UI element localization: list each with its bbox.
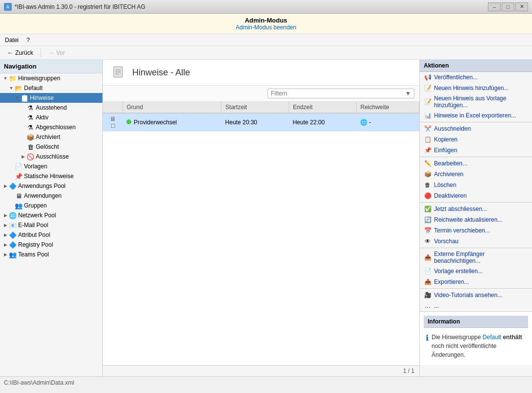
sidebar-item-statische-hinweise[interactable]: 📌Statische Hinweise	[0, 171, 102, 181]
action-neuen-hinweis-aus-vorlage-hinzuf-gen---[interactable]: 📝Neuen Hinweis aus Vorlage hinzufügen...	[420, 93, 532, 110]
paste-icon: 📌	[424, 146, 432, 154]
export-icon: 📤	[424, 278, 432, 286]
tree-item-label: Netzwerk Pool	[18, 212, 56, 219]
forward-button[interactable]: → Vor	[44, 48, 70, 58]
tree-item-label: Aktiv	[36, 114, 48, 121]
sidebar-item-aktiv[interactable]: ⚗Aktiv	[0, 113, 102, 122]
sidebar-item-registry-pool[interactable]: ▶🔷Registry Pool	[0, 240, 102, 250]
back-button[interactable]: ← Zurück	[3, 48, 38, 58]
content-area: Hinweise - Alle ▼ Grund Startzeit Endzei…	[103, 60, 419, 376]
menu-datei[interactable]: Datei	[2, 36, 22, 45]
pool-icon: 🔷	[9, 231, 17, 239]
add-template-icon: 📝	[424, 98, 432, 106]
table-wrap: Grund Startzeit Endzeit Reichweite 🖥 ☐ P…	[103, 102, 419, 365]
cut-icon: ✂️	[424, 125, 432, 133]
window-controls: – □ ✕	[488, 2, 528, 11]
action-einf-gen[interactable]: 📌Einfügen	[420, 145, 532, 156]
action-video-tutorials-ansehen---[interactable]: 🎥Video-Tutorials ansehen...	[420, 290, 532, 301]
action-label: Kopieren	[434, 136, 458, 143]
action-archivieren[interactable]: 📦Archivieren	[420, 169, 532, 180]
more-icon: …	[424, 302, 432, 310]
info-link-default[interactable]: Default	[483, 334, 501, 341]
sidebar-item-gelöscht[interactable]: 🗑Gelöscht	[0, 142, 102, 152]
sidebar-item-attribut-pool[interactable]: ▶🔷Attribut Pool	[0, 230, 102, 240]
action-label: Vorlage erstellen...	[434, 268, 483, 275]
app-icon: 🖥	[15, 192, 23, 200]
action-label: Neuen Hinweis aus Vorlage hinzufügen...	[434, 95, 528, 109]
action-bearbeiten---[interactable]: ✏️Bearbeiten...	[420, 158, 532, 169]
tree-item-label: Hinweisgruppen	[18, 75, 60, 82]
status-bar: C:\IBI-aws\Admin\Data.xml	[0, 376, 532, 388]
action-l-schen[interactable]: 🗑Löschen	[420, 180, 532, 190]
action-label: Archivieren	[434, 171, 463, 178]
app-icon: A	[4, 3, 12, 11]
tree-expand-icon: ▼	[2, 76, 9, 81]
sidebar-item-ausstehend[interactable]: ⚗Ausstehend	[0, 103, 102, 113]
templates-icon: 📄	[15, 162, 23, 170]
row-icons: 🖥 ☐	[103, 113, 122, 132]
group-icon: 👥	[15, 202, 23, 209]
sidebar-item-netzwerk-pool[interactable]: ▶🌐Netzwerk Pool	[0, 210, 102, 220]
registry-icon: 🔷	[9, 241, 17, 249]
menu-help[interactable]: ?	[24, 36, 33, 45]
tree-item-label: E-Mail Pool	[18, 222, 48, 229]
sidebar-item-archiviert[interactable]: 📦Archiviert	[0, 132, 102, 142]
action-ver-ffentlichen---[interactable]: 📢Veröffentlichen...	[420, 72, 532, 83]
window-title: *IBI-aws Admin 1.30.0 - registriert für …	[15, 3, 145, 10]
action-termin-verschieben---[interactable]: 📅Termin verschieben...	[420, 225, 532, 236]
sidebar-item-vorlagen[interactable]: 📄Vorlagen	[0, 162, 102, 171]
sidebar-item-abgeschlossen[interactable]: ⚗Abgeschlossen	[0, 122, 102, 132]
tree-container: ▼📁Hinweisgruppen▼📂Default▼📋Hinweise⚗Auss…	[0, 73, 102, 259]
tree-item-label: Ausschlüsse	[36, 153, 69, 160]
action----[interactable]: …...	[420, 301, 532, 311]
email-icon: 📧	[9, 221, 17, 229]
tree-item-label: Anwendungs Pool	[18, 183, 66, 189]
sidebar-item-anwendungs-pool[interactable]: ▶🔷Anwendungs Pool	[0, 181, 102, 191]
action-reichweite-aktualisieren---[interactable]: 🔄Reichweite aktualisieren...	[420, 214, 532, 225]
row-grund: Providerwechsel	[122, 113, 221, 132]
delete-icon: 🗑	[424, 181, 432, 189]
sidebar-item-e-mail-pool[interactable]: ▶📧E-Mail Pool	[0, 220, 102, 230]
forward-label: Vor	[56, 49, 65, 56]
action-separator	[420, 248, 532, 248]
sidebar-item-anwendungen[interactable]: 🖥Anwendungen	[0, 191, 102, 201]
admin-mode-deactivate-link[interactable]: Admin-Modus beenden	[236, 24, 296, 31]
sidebar-item-gruppen[interactable]: 👥Gruppen	[0, 201, 102, 210]
hints-table: Grund Startzeit Endzeit Reichweite 🖥 ☐ P…	[103, 102, 419, 132]
action-externe-empf-nger-benachrichtigen---[interactable]: 📤Externe Empfänger benachrichtigen...	[420, 249, 532, 266]
excel-icon: 📊	[424, 112, 432, 119]
action-hinweise-in-excel-exportieren---[interactable]: 📊Hinweise in Excel exportieren...	[420, 110, 532, 121]
tree-item-label: Default	[24, 85, 43, 92]
menu-bar: Datei ?	[0, 34, 532, 46]
publish-icon: 📢	[424, 73, 432, 81]
action-label: Video-Tutorials ansehen...	[434, 292, 502, 299]
action-kopieren[interactable]: 📋Kopieren	[420, 134, 532, 145]
filter-input[interactable]	[271, 90, 403, 97]
document-icon	[112, 66, 125, 79]
action-neuen-hinweis-hinzuf-gen---[interactable]: 📝Neuen Hinweis hinzufügen...	[420, 83, 532, 93]
action-jetzt-abschliessen---[interactable]: ✅Jetzt abschliessen...	[420, 204, 532, 214]
hinweise-icon: 📋	[21, 94, 28, 102]
col-grund: Grund	[122, 102, 221, 113]
minimize-button[interactable]: –	[488, 2, 501, 11]
sidebar-item-hinweisgruppen[interactable]: ▼📁Hinweisgruppen	[0, 73, 102, 83]
maximize-button[interactable]: □	[502, 2, 514, 11]
action-vorlage-erstellen---[interactable]: 📄Vorlage erstellen...	[420, 266, 532, 277]
sidebar-item-hinweise[interactable]: ▼📋Hinweise	[0, 93, 102, 103]
action-exportieren---[interactable]: 📤Exportieren...	[420, 277, 532, 287]
monitor-icon: 🖥	[110, 116, 116, 122]
sidebar-item-default[interactable]: ▼📂Default	[0, 83, 102, 93]
sidebar-item-ausschlüsse[interactable]: ▶🚫Ausschlüsse	[0, 152, 102, 162]
action-deaktivieren[interactable]: 🔴Deaktivieren	[420, 190, 532, 201]
close-button[interactable]: ✕	[515, 2, 528, 11]
table-header: Grund Startzeit Endzeit Reichweite	[103, 102, 419, 113]
action-vorschau[interactable]: 👁Vorschau	[420, 236, 532, 247]
action-label: Exportieren...	[434, 278, 469, 285]
tree-item-label: Archiviert	[36, 134, 60, 140]
filter-input-wrap[interactable]: ▼	[267, 89, 414, 98]
sidebar-item-teams-pool[interactable]: ▶👥Teams Pool	[0, 250, 102, 259]
action-ausschneiden[interactable]: ✂️Ausschneiden	[420, 123, 532, 134]
table-row[interactable]: 🖥 ☐ Providerwechsel Heute 20:30 Heute 22…	[103, 113, 419, 132]
table-footer: 1 / 1	[103, 365, 419, 376]
tree-expand-icon: ▶	[2, 213, 9, 218]
